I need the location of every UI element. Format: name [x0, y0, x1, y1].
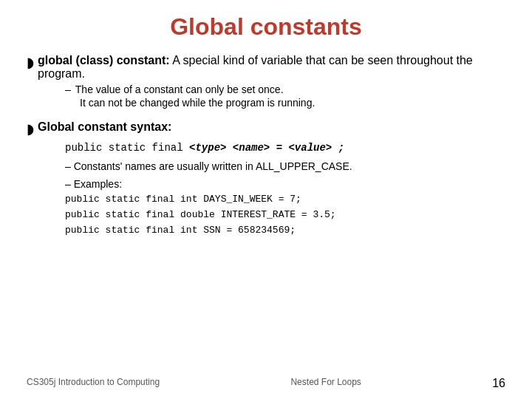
footer-center: Nested For Loops: [290, 377, 361, 390]
bullet-1-text: global (class) constant: A special kind …: [38, 54, 505, 81]
example-1: public static final int DAYS_IN_WEEK = 7…: [65, 192, 505, 208]
bullet-2-icon: ◗: [27, 121, 33, 137]
example-2: public static final double INTEREST_RATE…: [65, 208, 505, 223]
bullet-1-main: ◗ global (class) constant: A special kin…: [27, 54, 505, 81]
bullet-2-label: Global constant syntax:: [38, 120, 171, 134]
code-prefix: public static final: [65, 142, 189, 154]
footer-left: CS305j Introduction to Computing: [27, 377, 160, 390]
example-3: public static final int SSN = 658234569;: [65, 223, 505, 239]
section-1: ◗ global (class) constant: A special kin…: [27, 54, 505, 110]
examples-code: public static final int DAYS_IN_WEEK = 7…: [65, 192, 505, 238]
footer-right: 16: [492, 377, 505, 390]
sub-bullet-2-1: – Constants' names are usually written i…: [65, 160, 505, 172]
footer: CS305j Introduction to Computing Nested …: [0, 377, 532, 390]
sub-bullet-1-1-text: The value of a constant can only be set …: [75, 83, 284, 95]
sub-bullet-1-1: – The value of a constant can only be se…: [65, 83, 505, 95]
syntax-code: public static final <type> <name> = <val…: [65, 140, 505, 156]
bullet-2-main: ◗ Global constant syntax:: [27, 120, 505, 137]
slide-title: Global constants: [27, 13, 505, 41]
bullet-1-icon: ◗: [27, 55, 33, 71]
slide: Global constants ◗ global (class) consta…: [0, 0, 532, 399]
sub-bullet-1-2: It can not be changed while the program …: [65, 97, 505, 109]
examples-label: – Examples:: [65, 178, 505, 190]
sub-bullet-1-2-text: It can not be changed while the program …: [80, 97, 315, 109]
code-params: <type> <name> = <value> ;: [189, 142, 344, 154]
section-2: ◗ Global constant syntax: public static …: [27, 120, 505, 238]
